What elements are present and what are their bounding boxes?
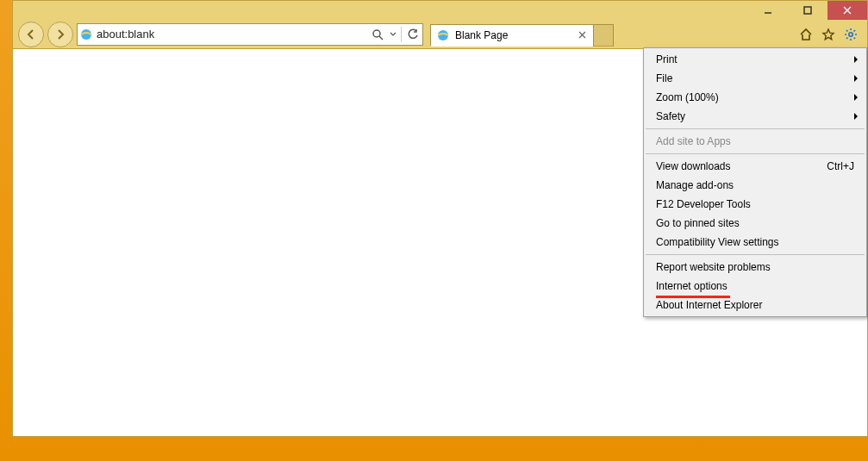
menu-internet-options[interactable]: Internet options: [644, 277, 866, 296]
chevron-down-icon: [390, 31, 397, 38]
window-close-button[interactable]: [827, 1, 867, 20]
minimize-icon: [764, 6, 772, 15]
tab-strip: Blank Page: [430, 22, 614, 47]
separator: [401, 27, 402, 42]
tools-button[interactable]: [843, 27, 859, 42]
arrow-right-icon: [54, 28, 66, 40]
menu-separator: [646, 128, 865, 129]
navigation-toolbar: about:blank Blank Page: [13, 20, 867, 49]
forward-button[interactable]: [47, 22, 73, 47]
refresh-button[interactable]: [405, 27, 421, 42]
svg-point-5: [373, 30, 380, 37]
search-button[interactable]: [370, 27, 385, 42]
svg-line-16: [854, 37, 856, 39]
svg-rect-1: [804, 7, 811, 14]
home-icon: [799, 28, 813, 41]
menu-go-to-pinned-sites[interactable]: Go to pinned sites: [644, 214, 866, 233]
window-minimize-button[interactable]: [748, 1, 788, 20]
svg-line-18: [846, 37, 848, 39]
menu-print[interactable]: Print: [644, 50, 866, 69]
menu-zoom[interactable]: Zoom (100%): [644, 88, 866, 107]
browser-window: about:blank Blank Page: [12, 0, 868, 437]
menu-about-internet-explorer[interactable]: About Internet Explorer: [644, 296, 866, 315]
tab-blank-page[interactable]: Blank Page: [430, 24, 594, 47]
maximize-icon: [803, 6, 812, 15]
search-icon: [372, 28, 384, 40]
address-bar[interactable]: about:blank: [77, 23, 423, 46]
window-titlebar: [13, 1, 867, 20]
menu-compatibility-view-settings[interactable]: Compatibility View settings: [644, 233, 866, 252]
close-icon: [578, 31, 586, 39]
menu-manage-addons[interactable]: Manage add-ons: [644, 176, 866, 195]
gear-icon: [844, 28, 858, 41]
star-icon: [821, 28, 835, 41]
menu-report-website-problems[interactable]: Report website problems: [644, 258, 866, 277]
toolbar-right-icons: [798, 27, 862, 42]
tab-close-button[interactable]: [576, 29, 588, 41]
svg-line-17: [854, 30, 856, 32]
menu-add-site-to-apps: Add site to Apps: [644, 132, 866, 151]
tab-title: Blank Page: [455, 29, 508, 41]
menu-separator: [646, 153, 865, 154]
menu-separator: [646, 254, 865, 255]
refresh-icon: [407, 28, 419, 40]
svg-line-6: [379, 36, 383, 40]
search-dropdown[interactable]: [389, 27, 397, 42]
arrow-left-icon: [25, 28, 37, 40]
menu-f12-developer-tools[interactable]: F12 Developer Tools: [644, 195, 866, 214]
ie-page-icon: [79, 28, 93, 41]
menu-shortcut: Ctrl+J: [827, 160, 854, 172]
address-text[interactable]: about:blank: [97, 28, 366, 40]
menu-safety[interactable]: Safety: [644, 107, 866, 126]
close-icon: [843, 6, 852, 15]
svg-line-15: [846, 30, 848, 32]
menu-file[interactable]: File: [644, 69, 866, 88]
window-maximize-button[interactable]: [788, 1, 827, 20]
menu-view-downloads[interactable]: View downloads Ctrl+J: [644, 157, 866, 176]
favorites-button[interactable]: [821, 27, 836, 42]
svg-point-10: [849, 32, 852, 35]
new-tab-button[interactable]: [593, 24, 614, 47]
ie-page-icon: [436, 28, 450, 42]
tools-menu: Print File Zoom (100%) Safety Add site t…: [643, 47, 867, 317]
home-button[interactable]: [798, 27, 814, 42]
back-button[interactable]: [18, 22, 44, 47]
